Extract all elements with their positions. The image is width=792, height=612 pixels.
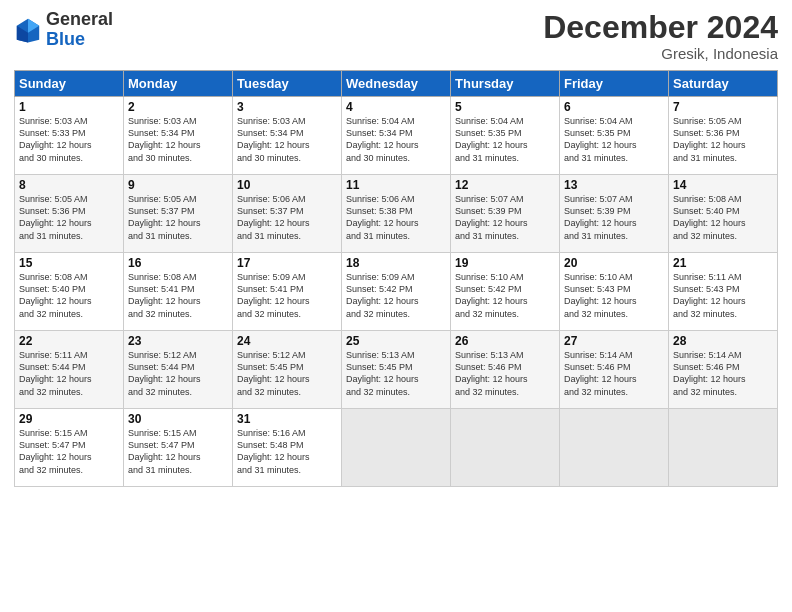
table-row: 24Sunrise: 5:12 AM Sunset: 5:45 PM Dayli… <box>233 331 342 409</box>
title-block: December 2024 Gresik, Indonesia <box>543 10 778 62</box>
day-info: Sunrise: 5:04 AM Sunset: 5:35 PM Dayligh… <box>564 115 664 164</box>
day-info: Sunrise: 5:11 AM Sunset: 5:43 PM Dayligh… <box>673 271 773 320</box>
month-title: December 2024 <box>543 10 778 45</box>
day-number: 5 <box>455 100 555 114</box>
day-number: 23 <box>128 334 228 348</box>
table-row: 13Sunrise: 5:07 AM Sunset: 5:39 PM Dayli… <box>560 175 669 253</box>
day-info: Sunrise: 5:13 AM Sunset: 5:46 PM Dayligh… <box>455 349 555 398</box>
table-row: 1Sunrise: 5:03 AM Sunset: 5:33 PM Daylig… <box>15 97 124 175</box>
day-number: 22 <box>19 334 119 348</box>
day-number: 9 <box>128 178 228 192</box>
day-number: 14 <box>673 178 773 192</box>
day-info: Sunrise: 5:07 AM Sunset: 5:39 PM Dayligh… <box>455 193 555 242</box>
table-row: 18Sunrise: 5:09 AM Sunset: 5:42 PM Dayli… <box>342 253 451 331</box>
header-tuesday: Tuesday <box>233 71 342 97</box>
table-row: 2Sunrise: 5:03 AM Sunset: 5:34 PM Daylig… <box>124 97 233 175</box>
day-number: 29 <box>19 412 119 426</box>
day-info: Sunrise: 5:15 AM Sunset: 5:47 PM Dayligh… <box>128 427 228 476</box>
day-number: 3 <box>237 100 337 114</box>
page-container: General Blue December 2024 Gresik, Indon… <box>0 0 792 497</box>
header-friday: Friday <box>560 71 669 97</box>
day-number: 10 <box>237 178 337 192</box>
table-row: 11Sunrise: 5:06 AM Sunset: 5:38 PM Dayli… <box>342 175 451 253</box>
day-number: 2 <box>128 100 228 114</box>
day-info: Sunrise: 5:04 AM Sunset: 5:34 PM Dayligh… <box>346 115 446 164</box>
day-info: Sunrise: 5:10 AM Sunset: 5:42 PM Dayligh… <box>455 271 555 320</box>
calendar-table: Sunday Monday Tuesday Wednesday Thursday… <box>14 70 778 487</box>
day-info: Sunrise: 5:09 AM Sunset: 5:42 PM Dayligh… <box>346 271 446 320</box>
day-number: 21 <box>673 256 773 270</box>
calendar-week-row: 29Sunrise: 5:15 AM Sunset: 5:47 PM Dayli… <box>15 409 778 487</box>
weekday-header-row: Sunday Monday Tuesday Wednesday Thursday… <box>15 71 778 97</box>
day-info: Sunrise: 5:06 AM Sunset: 5:38 PM Dayligh… <box>346 193 446 242</box>
table-row: 5Sunrise: 5:04 AM Sunset: 5:35 PM Daylig… <box>451 97 560 175</box>
table-row: 14Sunrise: 5:08 AM Sunset: 5:40 PM Dayli… <box>669 175 778 253</box>
table-row: 27Sunrise: 5:14 AM Sunset: 5:46 PM Dayli… <box>560 331 669 409</box>
day-info: Sunrise: 5:15 AM Sunset: 5:47 PM Dayligh… <box>19 427 119 476</box>
day-number: 30 <box>128 412 228 426</box>
table-row: 28Sunrise: 5:14 AM Sunset: 5:46 PM Dayli… <box>669 331 778 409</box>
header-monday: Monday <box>124 71 233 97</box>
calendar-week-row: 1Sunrise: 5:03 AM Sunset: 5:33 PM Daylig… <box>15 97 778 175</box>
day-number: 17 <box>237 256 337 270</box>
table-row: 20Sunrise: 5:10 AM Sunset: 5:43 PM Dayli… <box>560 253 669 331</box>
table-row: 4Sunrise: 5:04 AM Sunset: 5:34 PM Daylig… <box>342 97 451 175</box>
table-row <box>560 409 669 487</box>
day-info: Sunrise: 5:11 AM Sunset: 5:44 PM Dayligh… <box>19 349 119 398</box>
table-row: 15Sunrise: 5:08 AM Sunset: 5:40 PM Dayli… <box>15 253 124 331</box>
day-info: Sunrise: 5:14 AM Sunset: 5:46 PM Dayligh… <box>564 349 664 398</box>
calendar-week-row: 22Sunrise: 5:11 AM Sunset: 5:44 PM Dayli… <box>15 331 778 409</box>
table-row: 17Sunrise: 5:09 AM Sunset: 5:41 PM Dayli… <box>233 253 342 331</box>
day-number: 26 <box>455 334 555 348</box>
day-info: Sunrise: 5:13 AM Sunset: 5:45 PM Dayligh… <box>346 349 446 398</box>
day-number: 16 <box>128 256 228 270</box>
day-info: Sunrise: 5:08 AM Sunset: 5:40 PM Dayligh… <box>673 193 773 242</box>
logo: General Blue <box>14 10 113 50</box>
day-number: 19 <box>455 256 555 270</box>
day-number: 6 <box>564 100 664 114</box>
day-number: 15 <box>19 256 119 270</box>
day-number: 12 <box>455 178 555 192</box>
day-number: 24 <box>237 334 337 348</box>
calendar-week-row: 15Sunrise: 5:08 AM Sunset: 5:40 PM Dayli… <box>15 253 778 331</box>
day-info: Sunrise: 5:03 AM Sunset: 5:34 PM Dayligh… <box>237 115 337 164</box>
day-number: 27 <box>564 334 664 348</box>
table-row: 26Sunrise: 5:13 AM Sunset: 5:46 PM Dayli… <box>451 331 560 409</box>
day-info: Sunrise: 5:12 AM Sunset: 5:45 PM Dayligh… <box>237 349 337 398</box>
day-number: 8 <box>19 178 119 192</box>
day-info: Sunrise: 5:16 AM Sunset: 5:48 PM Dayligh… <box>237 427 337 476</box>
location: Gresik, Indonesia <box>543 45 778 62</box>
day-info: Sunrise: 5:12 AM Sunset: 5:44 PM Dayligh… <box>128 349 228 398</box>
table-row: 19Sunrise: 5:10 AM Sunset: 5:42 PM Dayli… <box>451 253 560 331</box>
table-row <box>342 409 451 487</box>
day-number: 7 <box>673 100 773 114</box>
day-number: 11 <box>346 178 446 192</box>
day-info: Sunrise: 5:05 AM Sunset: 5:36 PM Dayligh… <box>673 115 773 164</box>
table-row: 9Sunrise: 5:05 AM Sunset: 5:37 PM Daylig… <box>124 175 233 253</box>
day-info: Sunrise: 5:03 AM Sunset: 5:33 PM Dayligh… <box>19 115 119 164</box>
calendar-week-row: 8Sunrise: 5:05 AM Sunset: 5:36 PM Daylig… <box>15 175 778 253</box>
table-row: 6Sunrise: 5:04 AM Sunset: 5:35 PM Daylig… <box>560 97 669 175</box>
logo-icon <box>14 16 42 44</box>
table-row: 23Sunrise: 5:12 AM Sunset: 5:44 PM Dayli… <box>124 331 233 409</box>
logo-blue: Blue <box>46 29 85 49</box>
header-sunday: Sunday <box>15 71 124 97</box>
table-row: 22Sunrise: 5:11 AM Sunset: 5:44 PM Dayli… <box>15 331 124 409</box>
day-number: 18 <box>346 256 446 270</box>
day-info: Sunrise: 5:08 AM Sunset: 5:40 PM Dayligh… <box>19 271 119 320</box>
day-number: 31 <box>237 412 337 426</box>
table-row: 10Sunrise: 5:06 AM Sunset: 5:37 PM Dayli… <box>233 175 342 253</box>
table-row <box>669 409 778 487</box>
day-info: Sunrise: 5:04 AM Sunset: 5:35 PM Dayligh… <box>455 115 555 164</box>
day-number: 13 <box>564 178 664 192</box>
table-row: 25Sunrise: 5:13 AM Sunset: 5:45 PM Dayli… <box>342 331 451 409</box>
day-info: Sunrise: 5:07 AM Sunset: 5:39 PM Dayligh… <box>564 193 664 242</box>
table-row: 3Sunrise: 5:03 AM Sunset: 5:34 PM Daylig… <box>233 97 342 175</box>
header-saturday: Saturday <box>669 71 778 97</box>
day-number: 1 <box>19 100 119 114</box>
day-number: 20 <box>564 256 664 270</box>
table-row: 8Sunrise: 5:05 AM Sunset: 5:36 PM Daylig… <box>15 175 124 253</box>
day-number: 28 <box>673 334 773 348</box>
table-row: 29Sunrise: 5:15 AM Sunset: 5:47 PM Dayli… <box>15 409 124 487</box>
table-row: 7Sunrise: 5:05 AM Sunset: 5:36 PM Daylig… <box>669 97 778 175</box>
